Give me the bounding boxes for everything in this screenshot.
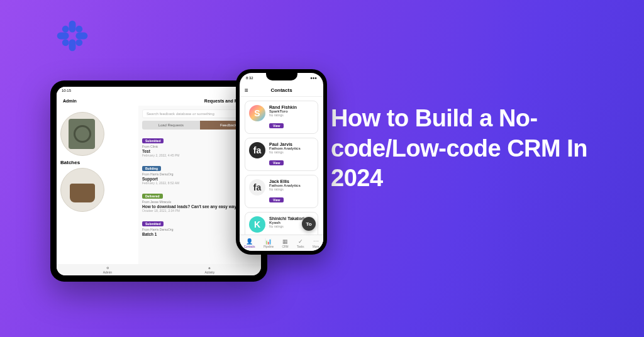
tablet-screen: 10:15 Admin Requests and Feedback Batche…	[57, 87, 261, 275]
contact-sub: No ratings	[269, 150, 314, 154]
tablet-bottom-nav: ⚙ Admin ◈ Activity	[57, 264, 261, 275]
contact-card[interactable]: fa Jack Ellis Fathom Analytics No rating…	[245, 175, 318, 208]
tab-icon: ⋯	[313, 238, 319, 245]
view-button[interactable]: View	[269, 160, 284, 165]
tabbar-item-contacts[interactable]: 👤Contacts	[244, 238, 255, 248]
phone-tabbar: 👤Contacts📊Pipeline▦CRM✓Tasks⋯More	[240, 235, 323, 251]
bottom-nav-activity[interactable]: ◈ Activity	[204, 266, 214, 274]
tab-icon: ▦	[282, 238, 288, 245]
phone-screen: 8:32●●● ≡ Contacts S Rand Fishkin SparkT…	[240, 73, 323, 251]
contact-sub: No ratings	[269, 187, 314, 191]
svg-point-7	[75, 39, 82, 46]
contact-name: Rand Fishkin	[269, 105, 314, 109]
tabbar-item-pipeline[interactable]: 📊Pipeline	[264, 238, 274, 248]
status-badge: Building	[142, 166, 161, 171]
avatar: fa	[249, 142, 265, 158]
brand-logo-icon	[55, 19, 89, 53]
tab-icon: 👤	[246, 238, 253, 245]
status-badge: Submitted	[142, 138, 164, 143]
chest-illustration-icon	[60, 168, 104, 212]
svg-point-5	[75, 26, 82, 33]
batches-heading: Batches	[60, 160, 135, 165]
tablet-sidebar: Batches	[57, 106, 138, 266]
tab-load-requests[interactable]: Load Requests	[142, 121, 200, 130]
tabbar-item-tasks[interactable]: ✓Tasks	[297, 238, 304, 248]
phone-header: ≡ Contacts	[240, 84, 323, 97]
tablet-frame: 10:15 Admin Requests and Feedback Batche…	[50, 80, 267, 282]
safe-illustration-icon	[60, 112, 104, 156]
to-badge-icon[interactable]: To	[302, 217, 316, 231]
avatar: fa	[249, 179, 265, 196]
svg-rect-0	[69, 21, 76, 33]
contacts-list: S Rand Fishkin SparkToro No ratings View…	[240, 97, 323, 236]
menu-icon[interactable]: ≡	[245, 87, 248, 94]
page-title: How to Build a No-code/Low-code CRM In 2…	[331, 104, 601, 194]
contact-name: Paul Jarvis	[269, 142, 314, 146]
phone-frame: 8:32●●● ≡ Contacts S Rand Fishkin SparkT…	[236, 69, 327, 255]
avatar: S	[249, 105, 265, 121]
svg-rect-3	[75, 33, 87, 40]
tab-icon: ✓	[298, 238, 303, 245]
tablet-status-bar: 10:15	[57, 87, 261, 96]
svg-rect-2	[57, 33, 69, 40]
contact-sub: No ratings	[269, 113, 314, 117]
view-button[interactable]: View	[269, 123, 284, 128]
svg-point-4	[62, 26, 69, 33]
phone-header-title: Contacts	[270, 87, 292, 93]
contact-name: Jack Ellis	[269, 179, 314, 184]
contact-card[interactable]: S Rand Fishkin SparkToro No ratings View	[245, 101, 318, 134]
phone-notch	[266, 73, 297, 80]
svg-point-6	[62, 39, 69, 46]
device-mockups: 10:15 Admin Requests and Feedback Batche…	[50, 69, 327, 296]
svg-rect-1	[69, 39, 76, 51]
tablet-topbar: Admin Requests and Feedback	[57, 96, 261, 106]
tablet-nav-admin[interactable]: Admin	[63, 99, 77, 103]
contact-card[interactable]: fa Paul Jarvis Fathom Analytics No ratin…	[245, 138, 318, 171]
status-badge: Submitted	[142, 221, 164, 226]
tab-icon: 📊	[265, 238, 272, 245]
tabbar-item-crm[interactable]: ▦CRM	[282, 238, 288, 248]
tabbar-item-more[interactable]: ⋯More	[313, 238, 319, 248]
bottom-nav-admin[interactable]: ⚙ Admin	[103, 266, 112, 274]
view-button[interactable]: View	[269, 197, 284, 202]
avatar: K	[249, 216, 265, 233]
status-badge: Delivered	[142, 194, 163, 199]
